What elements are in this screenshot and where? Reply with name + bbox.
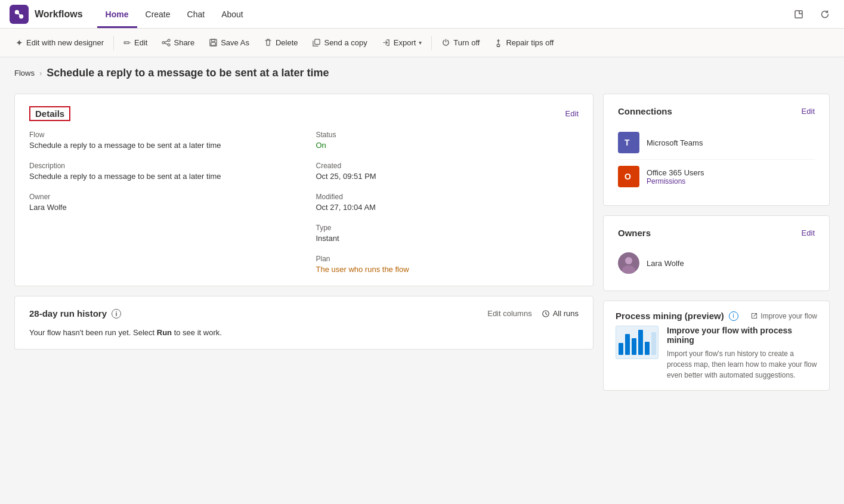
breadcrumb: Flows › Schedule a reply to a message to…: [0, 57, 844, 79]
bar-4: [638, 330, 643, 355]
detail-spacer: [29, 224, 292, 243]
detail-owner-label: Owner: [29, 193, 292, 201]
delete-button[interactable]: Delete: [258, 35, 304, 51]
connections-card-header: Connections Edit: [618, 106, 815, 116]
bar-3: [632, 338, 636, 355]
office-connection-info: Office 365 Users Permissions: [647, 168, 704, 185]
edit-new-designer-button[interactable]: ✦ Edit with new designer: [10, 34, 110, 52]
process-mining-card: Process mining (preview) i Improve your …: [603, 301, 830, 391]
svg-text:O: O: [625, 172, 631, 181]
run-history-title-row: 28-day run history i: [29, 308, 121, 319]
maximize-icon: [794, 10, 803, 19]
detail-type: Type Instant: [316, 224, 579, 243]
run-history-info-icon[interactable]: i: [112, 309, 121, 319]
process-mining-title: Process mining (preview): [616, 311, 724, 321]
nav-items: Home Create Chat About: [97, 0, 252, 28]
all-runs-button[interactable]: All runs: [542, 309, 579, 318]
breadcrumb-parent[interactable]: Flows: [14, 69, 35, 78]
teams-icon: T: [618, 132, 639, 153]
edit-columns-link[interactable]: Edit columns: [487, 309, 531, 318]
share-icon: [162, 38, 171, 47]
nav-item-about[interactable]: About: [213, 0, 252, 28]
delete-icon: [264, 38, 273, 47]
run-history-title-text: 28-day run history: [29, 308, 107, 319]
improve-link[interactable]: Improve your flow: [750, 312, 817, 320]
owners-edit-link[interactable]: Edit: [802, 228, 815, 237]
svg-line-2: [17, 12, 21, 16]
bar-6: [651, 332, 656, 355]
office-permissions-link[interactable]: Permissions: [647, 177, 704, 185]
save-as-icon: [209, 38, 218, 47]
toolbar-divider-1: [113, 36, 114, 50]
refresh-icon: [820, 10, 830, 19]
nav-right: [789, 5, 834, 24]
nav-item-create[interactable]: Create: [137, 0, 179, 28]
detail-flow-label: Flow: [29, 131, 292, 139]
owner-avatar-image: [618, 252, 639, 274]
main-content: Details Edit Flow Schedule a reply to a …: [0, 79, 844, 504]
detail-description-label: Description: [29, 162, 292, 170]
detail-description-value: Schedule a reply to a message to be sent…: [29, 172, 292, 181]
svg-rect-3: [795, 11, 802, 18]
app-logo: [10, 5, 29, 24]
details-edit-link[interactable]: Edit: [565, 109, 579, 118]
detail-modified-value: Oct 27, 10:04 AM: [316, 203, 579, 212]
nav-item-chat[interactable]: Chat: [179, 0, 214, 28]
svg-point-18: [625, 257, 632, 264]
process-title-row: Process mining (preview) i: [616, 311, 738, 321]
export-button[interactable]: Export ▾: [376, 35, 428, 51]
svg-point-4: [168, 39, 171, 42]
maximize-button[interactable]: [789, 5, 808, 24]
detail-flow-value: Schedule a reply to a message to be sent…: [29, 141, 292, 150]
svg-rect-10: [212, 39, 215, 42]
breadcrumb-current: Schedule a reply to a message to be sent…: [47, 67, 329, 79]
logo-icon: [14, 9, 24, 20]
edit-button[interactable]: ✏ Edit: [118, 34, 153, 52]
svg-point-5: [168, 44, 171, 46]
detail-created-label: Created: [316, 162, 579, 170]
send-copy-button[interactable]: Send a copy: [306, 35, 373, 51]
breadcrumb-separator: ›: [39, 69, 42, 78]
process-mining-heading: Improve your flow with process mining: [667, 326, 817, 345]
connections-edit-link[interactable]: Edit: [802, 107, 815, 116]
details-card-header: Details Edit: [29, 106, 579, 121]
process-mining-text: Improve your flow with process mining Im…: [667, 326, 817, 381]
all-runs-icon: [542, 310, 550, 318]
turn-off-button[interactable]: Turn off: [435, 35, 486, 51]
save-as-button[interactable]: Save As: [203, 35, 255, 51]
office-logo-icon: O: [622, 170, 635, 183]
bar-1: [619, 343, 623, 355]
export-chevron-icon: ▾: [419, 39, 422, 46]
details-grid: Flow Schedule a reply to a message to be…: [29, 131, 579, 274]
refresh-button[interactable]: [815, 5, 834, 24]
svg-point-6: [162, 42, 165, 44]
external-link-icon: [750, 312, 758, 320]
owner-item-lara: Lara Wolfe: [618, 248, 815, 279]
detail-status-label: Status: [316, 131, 579, 139]
detail-flow: Flow Schedule a reply to a message to be…: [29, 131, 292, 150]
mini-bar-chart: [616, 326, 658, 358]
details-card: Details Edit Flow Schedule a reply to a …: [14, 94, 593, 286]
owners-card: Owners Edit Lara Wolfe: [603, 215, 830, 291]
share-button[interactable]: Share: [156, 35, 200, 51]
repair-tips-button[interactable]: Repair tips off: [488, 35, 559, 51]
connection-teams: T Microsoft Teams: [618, 126, 815, 160]
detail-spacer2: [29, 255, 292, 274]
edit-new-designer-icon: ✦: [16, 38, 23, 48]
run-history-header: 28-day run history i Edit columns All ru…: [29, 308, 579, 319]
run-history-card: 28-day run history i Edit columns All ru…: [14, 296, 593, 350]
process-mining-info-icon[interactable]: i: [729, 311, 738, 321]
detail-status-value: On: [316, 141, 579, 150]
process-mining-description: Import your flow's run history to create…: [667, 348, 817, 381]
process-mining-header: Process mining (preview) i Improve your …: [604, 301, 829, 326]
svg-line-8: [165, 43, 168, 44]
left-column: Details Edit Flow Schedule a reply to a …: [14, 94, 593, 504]
nav-item-home[interactable]: Home: [97, 0, 137, 28]
toolbar: ✦ Edit with new designer ✏ Edit Share Sa…: [0, 29, 844, 57]
svg-line-7: [165, 41, 168, 42]
connections-title: Connections: [618, 106, 672, 116]
teams-connection-name: Microsoft Teams: [647, 138, 703, 147]
owner-avatar: [618, 252, 639, 274]
owners-card-header: Owners Edit: [618, 228, 815, 238]
detail-created: Created Oct 25, 09:51 PM: [316, 162, 579, 181]
